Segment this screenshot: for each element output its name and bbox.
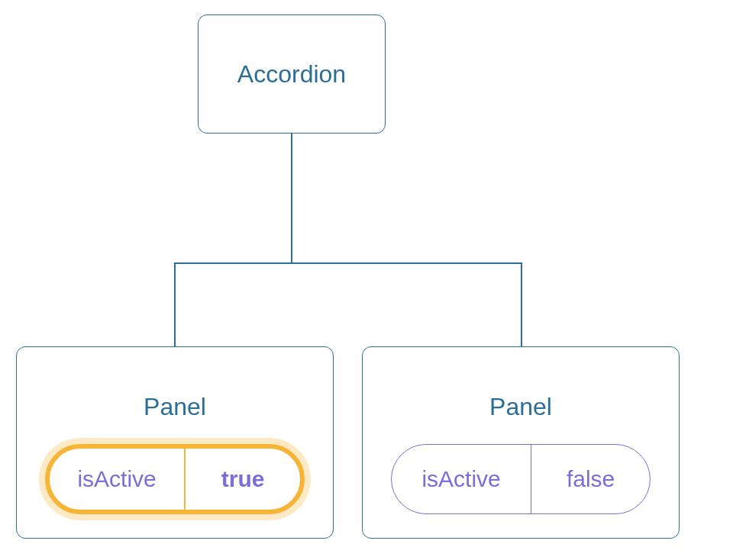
panel-node-left: Panel isActive true bbox=[16, 346, 334, 539]
connector-line-left bbox=[174, 262, 176, 346]
prop-name-left: isActive bbox=[50, 449, 186, 510]
connector-line-vertical bbox=[291, 134, 292, 263]
prop-value-right: false bbox=[531, 445, 650, 513]
connector-line-right bbox=[521, 262, 522, 346]
state-pill-active: isActive true bbox=[45, 444, 305, 514]
accordion-label: Accordion bbox=[237, 60, 346, 89]
panel-label-right: Panel bbox=[489, 393, 552, 421]
sparkle-icon bbox=[271, 444, 305, 481]
panel-node-right: Panel isActive false bbox=[362, 346, 680, 539]
connector-line-horizontal bbox=[174, 262, 522, 264]
panel-label-left: Panel bbox=[144, 393, 206, 421]
state-pill-inactive: isActive false bbox=[391, 444, 651, 514]
accordion-node: Accordion bbox=[198, 14, 386, 134]
prop-name-right: isActive bbox=[392, 445, 531, 513]
